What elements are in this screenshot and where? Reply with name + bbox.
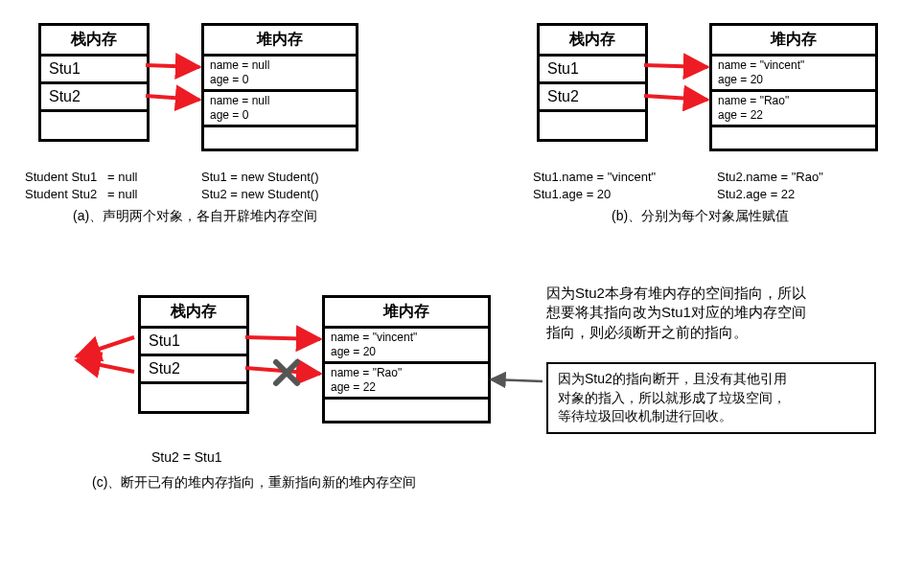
heap-box-a: 堆内存 name = null age = 0 name = null age … bbox=[201, 23, 358, 151]
code-a-right: Stu1 = new Student() Stu2 = new Student(… bbox=[201, 169, 319, 202]
heap-line: name = null bbox=[210, 58, 350, 73]
arrow-b-stu2 bbox=[644, 96, 707, 100]
heap-line: age = 20 bbox=[331, 345, 482, 359]
note-c-2-box: 因为Stu2的指向断开，且没有其他引用 对象的指入，所以就形成了垃圾空间， 等待… bbox=[546, 362, 876, 434]
arrow-note2 bbox=[491, 379, 543, 381]
heap-line: name = "Rao" bbox=[331, 366, 482, 380]
code-c: Stu2 = Stu1 bbox=[151, 448, 222, 467]
svg-line-0 bbox=[276, 362, 297, 383]
arrow-c-stu2-broken bbox=[245, 368, 320, 374]
heap-item-empty bbox=[712, 127, 875, 149]
heap-item-empty bbox=[204, 127, 356, 149]
stack-box-c: 栈内存 Stu1 Stu2 bbox=[138, 295, 249, 414]
heap-line: age = 0 bbox=[210, 108, 350, 123]
stack-item: Stu1 bbox=[141, 329, 246, 356]
arrow-c-stu1 bbox=[245, 337, 320, 339]
stack-item: Stu1 bbox=[41, 57, 147, 84]
caption-b: (b)、分别为每个对象属性赋值 bbox=[612, 207, 789, 225]
stack-item: Stu1 bbox=[540, 57, 645, 84]
heap-header-a: 堆内存 bbox=[204, 26, 356, 57]
cross-icon bbox=[276, 362, 297, 383]
heap-line: age = 22 bbox=[331, 380, 482, 395]
heap-line: name = "vincent" bbox=[718, 58, 869, 73]
note-c-2: 因为Stu2的指向断开，且没有其他引用 对象的指入，所以就形成了垃圾空间， 等待… bbox=[558, 371, 787, 423]
heap-line: name = "Rao" bbox=[718, 94, 869, 108]
stack-item-empty bbox=[540, 112, 645, 139]
heap-item: name = null age = 0 bbox=[204, 92, 356, 127]
caption-c: (c)、断开已有的堆内存指向，重新指向新的堆内存空间 bbox=[92, 473, 416, 492]
note-c-1: 因为Stu2本身有堆内存的空间指向，所以 想要将其指向改为Stu1对应的堆内存空… bbox=[546, 284, 806, 342]
stack-item: Stu2 bbox=[141, 356, 246, 384]
caption-a: (a)、声明两个对象，各自开辟堆内存空间 bbox=[73, 207, 317, 225]
stack-header-b: 栈内存 bbox=[540, 26, 645, 57]
arrow-c-left-top bbox=[77, 337, 134, 356]
heap-item: name = "vincent" age = 20 bbox=[325, 329, 488, 364]
code-b-right: Stu2.name = "Rao" Stu2.age = 22 bbox=[717, 169, 823, 202]
stack-item: Stu2 bbox=[540, 84, 645, 112]
code-a-left: Student Stu1 = null Student Stu2 = null bbox=[25, 169, 137, 202]
heap-line: name = null bbox=[210, 94, 350, 108]
heap-box-c: 堆内存 name = "vincent" age = 20 name = "Ra… bbox=[322, 295, 491, 423]
arrow-a-stu2 bbox=[146, 96, 199, 100]
stack-item-empty bbox=[141, 384, 246, 411]
svg-line-1 bbox=[276, 362, 297, 383]
heap-item: name = null age = 0 bbox=[204, 57, 356, 92]
heap-item: name = "vincent" age = 20 bbox=[712, 57, 875, 92]
heap-item: name = "Rao" age = 22 bbox=[325, 364, 488, 400]
stack-item-empty bbox=[41, 112, 147, 139]
heap-header-c: 堆内存 bbox=[325, 298, 488, 329]
arrow-c-left-bottom bbox=[77, 360, 134, 372]
stack-box-a: 栈内存 Stu1 Stu2 bbox=[38, 23, 150, 142]
arrow-a-stu1 bbox=[146, 65, 199, 67]
heap-line: age = 20 bbox=[718, 73, 869, 87]
heap-line: age = 0 bbox=[210, 73, 350, 87]
stack-header-c: 栈内存 bbox=[141, 298, 246, 329]
stack-box-b: 栈内存 Stu1 Stu2 bbox=[537, 23, 648, 142]
heap-line: name = "vincent" bbox=[331, 331, 482, 345]
heap-header-b: 堆内存 bbox=[712, 26, 875, 57]
stack-header-a: 栈内存 bbox=[41, 26, 147, 57]
arrow-b-stu1 bbox=[644, 65, 707, 67]
heap-item-empty bbox=[325, 400, 488, 421]
heap-box-b: 堆内存 name = "vincent" age = 20 name = "Ra… bbox=[709, 23, 878, 151]
heap-item: name = "Rao" age = 22 bbox=[712, 92, 875, 127]
heap-line: age = 22 bbox=[718, 108, 869, 123]
stack-item: Stu2 bbox=[41, 84, 147, 112]
code-b-left: Stu1.name = "vincent" Stu1.age = 20 bbox=[533, 169, 656, 202]
